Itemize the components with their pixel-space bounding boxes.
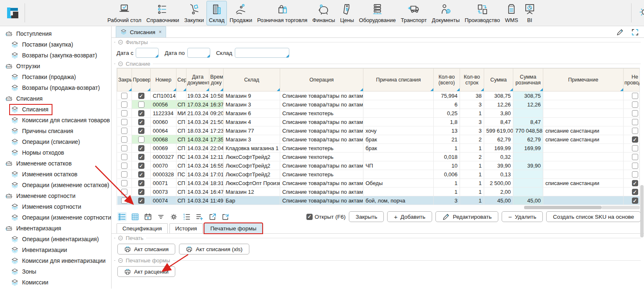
checkbox-unchecked[interactable] <box>632 145 638 151</box>
nav-item-desktop[interactable]: Рабочий стол <box>105 1 144 25</box>
sidebar-item-inner[interactable]: Комиссии для инвентаризации <box>10 256 109 266</box>
collapse-icon[interactable] <box>118 235 123 241</box>
checkbox-unchecked[interactable] <box>121 180 127 186</box>
sidebar-item[interactable]: Инвентаризации <box>0 245 111 255</box>
expand-icon[interactable] <box>631 28 639 36</box>
sidebar-item[interactable]: Инвентаризация <box>0 223 111 234</box>
close-button[interactable]: Закрыть <box>349 211 384 222</box>
column-header-not_post[interactable]: Не проводить <box>624 69 640 91</box>
checkbox-checked[interactable] <box>138 198 144 204</box>
edit-pencil-icon[interactable] <box>616 28 624 36</box>
list-add-icon[interactable] <box>195 212 204 221</box>
collapse-icon[interactable] <box>118 40 123 45</box>
checkbox-checked[interactable] <box>138 171 144 178</box>
sidebar-item[interactable]: Отгрузки <box>0 61 111 72</box>
sidebar-item[interactable]: Поставки (продажа) <box>0 72 111 82</box>
checkbox-unchecked[interactable] <box>121 128 127 134</box>
sidebar-item-inner[interactable]: Зоны <box>10 267 40 277</box>
column-header-note[interactable]: Примечание <box>543 69 624 91</box>
print-button[interactable]: Акт расценки <box>117 266 175 277</box>
checkbox-checked[interactable] <box>138 128 144 134</box>
sidebar-item-inner[interactable]: Отгрузки <box>4 62 43 71</box>
sidebar-item[interactable]: Списания <box>0 104 111 115</box>
horizontal-scrollbar[interactable] <box>117 205 640 210</box>
sidebar-item[interactable]: Изменение сортности <box>0 190 111 201</box>
bottom-tab-history[interactable]: История <box>169 223 203 233</box>
checkbox-checked[interactable] <box>632 136 638 143</box>
column-header-total[interactable]: Сумма <box>484 69 513 91</box>
sidebar-item[interactable]: Комиссии для инвентаризации <box>0 255 111 266</box>
date-to-input[interactable] <box>187 48 210 58</box>
checkbox-checked[interactable] <box>138 93 144 99</box>
nav-item-purchases[interactable]: Закупки <box>182 1 206 25</box>
sidebar-item-inner[interactable]: Операции (списание) <box>10 137 83 147</box>
sidebar-item[interactable]: Операции (списание) <box>0 136 111 147</box>
checkbox-unchecked[interactable] <box>121 198 127 204</box>
sidebar-item[interactable]: Комиссии <box>0 277 111 288</box>
sidebar-item[interactable]: Операции (изменение остатков) <box>0 180 111 190</box>
sidebar-item[interactable]: Поставки (закупка) <box>0 39 111 50</box>
add-button[interactable]: +Добавить <box>387 211 432 222</box>
sidebar-item[interactable]: Возвраты (закупка-возврат) <box>0 50 111 61</box>
sidebar-item-inner[interactable]: Изменение остатков <box>4 159 75 168</box>
sidebar-item-inner[interactable]: Операции (изменение остатков) <box>10 180 112 190</box>
checkbox-unchecked[interactable] <box>121 189 127 195</box>
create-sku-button[interactable]: Создать список SKU на основе <box>546 211 641 222</box>
warehouse-input[interactable] <box>235 48 289 58</box>
edit-button[interactable]: Редактировать <box>435 211 498 222</box>
checkbox-checked[interactable] <box>138 180 144 186</box>
table-row[interactable]: 00056СП17.03.2416:37Магазин 3Списание то… <box>117 100 640 109</box>
checkbox-checked[interactable] <box>138 163 144 169</box>
app-logo[interactable] <box>5 5 21 21</box>
sidebar-item-inner[interactable]: Операции (инвентаризация) <box>10 235 102 244</box>
sidebar-item-inner[interactable]: Поставки (продажа) <box>10 72 79 82</box>
nav-item-documents[interactable]: Документы <box>429 1 462 25</box>
checkbox-checked[interactable] <box>138 189 144 195</box>
checkbox-unchecked[interactable] <box>632 119 638 125</box>
checkbox-checked[interactable] <box>138 145 144 151</box>
sidebar-item[interactable]: Операции (инвентаризация) <box>0 234 111 245</box>
column-header-qty_total[interactable]: Кол-во (всего) <box>434 69 460 91</box>
checkbox-checked[interactable] <box>306 214 313 220</box>
checkbox-unchecked[interactable] <box>121 154 127 160</box>
theme-icon[interactable] <box>637 6 644 20</box>
nav-item-transport[interactable]: Транспорт <box>398 1 430 25</box>
table-row[interactable]: 00060СП14.03.2421:50Магазин 4Списание то… <box>117 118 640 126</box>
column-header-reason[interactable]: Причина списания <box>363 69 434 91</box>
sidebar-item[interactable]: Причины списания <box>0 126 111 136</box>
table-row[interactable]: 00073СП14.03.2416:47Магазин 12Списание т… <box>117 188 640 196</box>
checkbox-checked[interactable] <box>632 198 638 204</box>
nav-item-finance[interactable]: Финансы <box>310 1 338 25</box>
list-view-icon[interactable] <box>117 212 127 221</box>
delete-button[interactable]: −Удалить <box>502 211 543 222</box>
collapse-icon[interactable] <box>118 258 123 263</box>
sidebar-item[interactable]: Изменение остатков <box>0 158 111 169</box>
table-row[interactable]: 0000328ПС14.03.2417:01ЛюксСофтТрейд2Спис… <box>117 170 640 179</box>
filter-icon[interactable] <box>156 212 165 221</box>
nav-item-equipment[interactable]: Оборудование <box>356 1 398 25</box>
sidebar-item-inner[interactable]: Операции (изменение сортности) <box>10 213 112 222</box>
vertical-scrollbar[interactable] <box>640 185 644 237</box>
sidebar-item[interactable]: Зоны <box>0 266 111 277</box>
date-from-input[interactable] <box>136 48 159 58</box>
bottom-tab-print-forms[interactable]: Печатные формы <box>204 223 262 233</box>
sidebar-item[interactable]: Изменения сортности <box>0 201 111 212</box>
checkbox-unchecked[interactable] <box>632 101 638 108</box>
table-row[interactable]: 00074СП14.03.2411:49БарСписание товара/т… <box>117 196 640 205</box>
nav-item-sales[interactable]: Продажи <box>227 1 254 25</box>
collapse-icon[interactable] <box>118 61 123 67</box>
sidebar-item[interactable]: Нормы отходов <box>0 147 111 158</box>
refresh-icon[interactable] <box>221 212 230 221</box>
sidebar-item-inner[interactable]: Инвентаризация <box>4 224 65 233</box>
nav-item-prices[interactable]: Цены <box>338 1 356 25</box>
tab-close-icon[interactable]: × <box>159 29 162 35</box>
nav-item-retail[interactable]: Розничная торговля <box>255 1 310 25</box>
print-button[interactable]: Акт списания (xls) <box>179 244 249 254</box>
tab-spisaniya[interactable]: Списания × <box>116 26 166 37</box>
column-header-qty_rows[interactable]: Кол-во строк <box>460 69 484 91</box>
sidebar-item-inner[interactable]: Комиссии <box>10 278 52 287</box>
sidebar-item-inner[interactable]: Возвраты (закупка-возврат) <box>10 51 100 60</box>
column-header-closed[interactable]: Закрыт <box>117 69 132 91</box>
sidebar-item-inner[interactable]: Возвраты (продажа-возврат) <box>10 83 103 93</box>
sidebar-item-inner[interactable]: Комиссии для списания товаров <box>10 116 112 125</box>
